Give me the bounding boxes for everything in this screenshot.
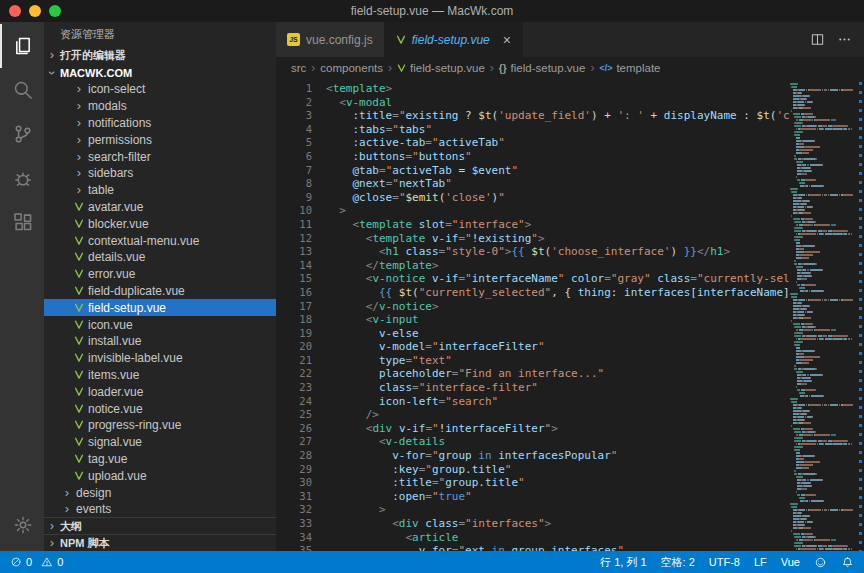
- bell-icon[interactable]: [841, 556, 854, 569]
- code-line[interactable]: 33 <div class="interfaces">: [276, 517, 790, 531]
- line-number[interactable]: 2: [276, 96, 312, 110]
- breadcrumb-field-setup-vue[interactable]: field-setup.vue: [397, 62, 485, 74]
- code-line[interactable]: 2 <v-modal: [276, 96, 790, 110]
- tree-item-details-vue[interactable]: details.vue: [44, 249, 276, 266]
- tree-item-items-vue[interactable]: items.vue: [44, 367, 276, 384]
- tree-item-icon-select[interactable]: ›icon-select: [44, 81, 276, 98]
- line-number[interactable]: 4: [276, 123, 312, 137]
- line-number[interactable]: 5: [276, 136, 312, 150]
- status-item[interactable]: LF: [754, 556, 767, 568]
- line-number[interactable]: 9: [276, 191, 312, 205]
- tab-vue.config.js[interactable]: JSvue.config.js: [276, 22, 385, 57]
- code-line[interactable]: 23 class="interface-filter": [276, 381, 790, 395]
- line-number[interactable]: 19: [276, 327, 312, 341]
- code-line[interactable]: 28 v-for="group in interfacesPopular": [276, 449, 790, 463]
- code-line[interactable]: 22 placeholder="Find an interface...": [276, 367, 790, 381]
- tree-item-tag-vue[interactable]: tag.vue: [44, 451, 276, 468]
- line-number[interactable]: 28: [276, 449, 312, 463]
- project-root-section[interactable]: › MACWK.COM: [44, 64, 276, 81]
- tree-item-icon-vue[interactable]: icon.vue: [44, 316, 276, 333]
- line-number[interactable]: 27: [276, 435, 312, 449]
- tree-item-signal-vue[interactable]: signal.vue: [44, 434, 276, 451]
- tree-item-field-duplicate-vue[interactable]: field-duplicate.vue: [44, 283, 276, 300]
- code-line[interactable]: 5 :active-tab="activeTab": [276, 136, 790, 150]
- line-number[interactable]: 29: [276, 463, 312, 477]
- minimap[interactable]: [790, 82, 854, 551]
- minimize-window-button[interactable]: [29, 5, 41, 17]
- code-line[interactable]: 17 </v-notice>: [276, 300, 790, 314]
- line-number[interactable]: 7: [276, 164, 312, 178]
- tree-item-permissions[interactable]: ›permissions: [44, 131, 276, 148]
- breadcrumb-src[interactable]: src: [291, 62, 306, 74]
- code-line[interactable]: 14 </template>: [276, 259, 790, 273]
- code-line[interactable]: 29 :key="group.title": [276, 463, 790, 477]
- code-line[interactable]: 8 @next="nextTab": [276, 177, 790, 191]
- line-number[interactable]: 18: [276, 313, 312, 327]
- line-number[interactable]: 31: [276, 490, 312, 504]
- tree-item-loader-vue[interactable]: loader.vue: [44, 383, 276, 400]
- open-editors-section[interactable]: › 打开的编辑器: [44, 46, 276, 64]
- tree-item-progress-ring-vue[interactable]: progress-ring.vue: [44, 417, 276, 434]
- code-editor[interactable]: 1<template>2 <v-modal3 :title="existing …: [276, 79, 864, 551]
- more-icon[interactable]: [837, 32, 852, 47]
- settings-icon[interactable]: [0, 503, 44, 547]
- code-line[interactable]: 35 v-for="ext in group.interfaces": [276, 544, 790, 551]
- line-number[interactable]: 25: [276, 408, 312, 422]
- source-control-icon[interactable]: [0, 112, 44, 156]
- error-count[interactable]: 0: [10, 556, 32, 568]
- tree-item-field-setup-vue[interactable]: field-setup.vue: [44, 299, 276, 316]
- code-line[interactable]: 19 v-else: [276, 327, 790, 341]
- line-number[interactable]: 12: [276, 232, 312, 246]
- line-number[interactable]: 13: [276, 245, 312, 259]
- status-item[interactable]: 空格: 2: [661, 555, 695, 570]
- line-number[interactable]: 30: [276, 476, 312, 490]
- warning-count[interactable]: 0: [41, 556, 63, 568]
- breadcrumb-components[interactable]: components: [320, 62, 383, 74]
- code-line[interactable]: 15 <v-notice v-if="interfaceName" color=…: [276, 272, 790, 286]
- tree-item-upload-vue[interactable]: upload.vue: [44, 467, 276, 484]
- code-line[interactable]: 31 :open="true": [276, 490, 790, 504]
- line-number[interactable]: 22: [276, 367, 312, 381]
- line-number[interactable]: 26: [276, 422, 312, 436]
- code-line[interactable]: 10 >: [276, 204, 790, 218]
- code-line[interactable]: 1<template>: [276, 82, 790, 96]
- code-line[interactable]: 7 @tab="activeTab = $event": [276, 164, 790, 178]
- line-number[interactable]: 20: [276, 340, 312, 354]
- section-NPM 脚本[interactable]: ›NPM 脚本: [44, 534, 276, 551]
- code-line[interactable]: 9 @close="$emit('close')": [276, 191, 790, 205]
- code-line[interactable]: 21 type="text": [276, 354, 790, 368]
- tree-item-invisible-label-vue[interactable]: invisible-label.vue: [44, 350, 276, 367]
- tree-item-avatar-vue[interactable]: avatar.vue: [44, 199, 276, 216]
- explorer-icon[interactable]: [0, 24, 44, 68]
- line-number[interactable]: 16: [276, 286, 312, 300]
- tree-item-modals[interactable]: ›modals: [44, 98, 276, 115]
- tree-item-contextual-menu-vue[interactable]: contextual-menu.vue: [44, 232, 276, 249]
- line-number[interactable]: 33: [276, 517, 312, 531]
- line-number[interactable]: 15: [276, 272, 312, 286]
- status-item[interactable]: 行 1, 列 1: [600, 555, 646, 570]
- code-lines[interactable]: 1<template>2 <v-modal3 :title="existing …: [276, 82, 790, 551]
- extensions-icon[interactable]: [0, 200, 44, 244]
- line-number[interactable]: 10: [276, 204, 312, 218]
- tree-item-events[interactable]: ›events: [44, 501, 276, 517]
- line-number[interactable]: 34: [276, 531, 312, 545]
- line-number[interactable]: 24: [276, 395, 312, 409]
- split-editor-icon[interactable]: [810, 32, 825, 47]
- tree-item-error-vue[interactable]: error.vue: [44, 266, 276, 283]
- code-line[interactable]: 27 <v-details: [276, 435, 790, 449]
- code-line[interactable]: 32 >: [276, 503, 790, 517]
- line-number[interactable]: 11: [276, 218, 312, 232]
- code-line[interactable]: 4 :tabs="tabs": [276, 123, 790, 137]
- close-icon[interactable]: ×: [503, 34, 511, 46]
- tree-item-design[interactable]: ›design: [44, 484, 276, 501]
- code-line[interactable]: 20 v-model="interfaceFilter": [276, 340, 790, 354]
- tree-item-notice-vue[interactable]: notice.vue: [44, 400, 276, 417]
- tree-item-table[interactable]: ›table: [44, 182, 276, 199]
- tree-item-sidebars[interactable]: ›sidebars: [44, 165, 276, 182]
- status-item[interactable]: Vue: [781, 556, 800, 568]
- line-number[interactable]: 32: [276, 503, 312, 517]
- zoom-window-button[interactable]: [49, 5, 61, 17]
- tree-item-notifications[interactable]: ›notifications: [44, 115, 276, 132]
- line-number[interactable]: 1: [276, 82, 312, 96]
- code-line[interactable]: 30 :title="group.title": [276, 476, 790, 490]
